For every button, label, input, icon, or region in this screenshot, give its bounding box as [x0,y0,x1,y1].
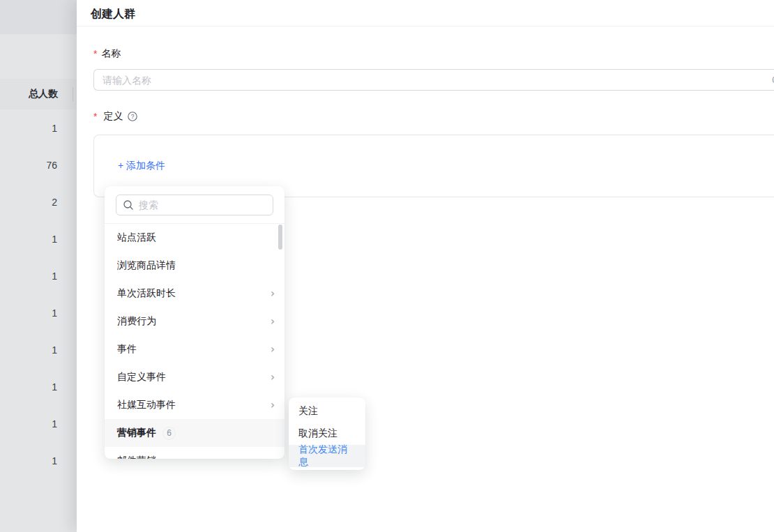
table-header-label: 总人数 [29,88,58,100]
table-row: 1 [0,368,77,405]
required-asterisk: * [93,48,97,59]
table-row: 1 [0,220,77,257]
count-badge: 6 [162,427,176,440]
name-input-wrap: 0/ [93,69,774,91]
condition-dropdown: 站点活跃 浏览商品详情 单次活跃时长 › 消费行为 › 事件 › 自定义事件 ›… [105,186,284,459]
question-circle-icon[interactable]: ? [128,112,137,121]
submenu-item-first-message-sent[interactable]: 首次发送消息 [289,445,365,467]
name-label-text: 名称 [101,47,121,60]
submenu-item-follow[interactable]: 关注 [289,400,365,423]
required-asterisk: * [93,111,97,122]
table-row: 1 [0,257,77,294]
dropdown-item-event[interactable]: 事件 › [105,335,284,363]
chevron-right-icon: › [271,289,275,299]
table-row: 1 [0,405,77,442]
background-page: 总人数 1 76 2 1 1 1 1 1 1 1 [0,0,77,532]
dropdown-item-session-duration[interactable]: 单次活跃时长 › [105,280,284,307]
dropdown-item-marketing-event[interactable]: 营销事件 6 [105,419,284,447]
column-divider [73,87,73,101]
chevron-right-icon: › [271,344,275,355]
search-input[interactable] [116,195,273,215]
table-row: 76 [0,146,77,183]
svg-text:?: ? [131,113,135,120]
table-rows: 1 76 2 1 1 1 1 1 1 1 [0,109,77,479]
table-row: 1 [0,331,77,368]
table-row: 1 [0,442,77,479]
background-toolbar [0,0,77,34]
name-field-label: * 名称 [93,47,774,60]
definition-field-label: * 定义 ? [93,110,774,123]
table-row: 2 [0,183,77,220]
dropdown-item-social-interaction-event[interactable]: 社媒互动事件 › [105,391,284,419]
table-header-total-count: 总人数 [0,79,77,109]
page-title: 创建人群 [91,7,135,22]
chevron-right-icon: › [271,372,275,383]
dropdown-item-view-product-detail[interactable]: 浏览商品详情 [105,252,284,280]
name-input[interactable] [93,69,774,91]
chevron-right-icon: › [271,400,275,411]
dropdown-scrollbar[interactable] [278,225,282,250]
drawer-header: 创建人群 [77,0,774,26]
dropdown-item-consumption-behavior[interactable]: 消费行为 › [105,307,284,335]
dropdown-search-wrap [116,195,273,215]
chevron-right-icon: › [271,317,275,327]
dropdown-list: 站点活跃 浏览商品详情 单次活跃时长 › 消费行为 › 事件 › 自定义事件 ›… [105,224,284,459]
dropdown-item-email-marketing[interactable]: 邮件营销 [105,447,284,459]
marketing-event-submenu: 关注 取消关注 首次发送消息 [289,397,365,470]
drawer-body: * 名称 0/ * 定义 ? + 添加条件 [77,26,774,197]
submenu-item-unfollow[interactable]: 取消关注 [289,423,365,445]
table-row: 1 [0,109,77,146]
table-row: 1 [0,294,77,331]
dropdown-item-site-active[interactable]: 站点活跃 [105,224,284,252]
add-condition-button[interactable]: + 添加条件 [118,160,165,172]
dropdown-item-custom-event[interactable]: 自定义事件 › [105,363,284,391]
search-icon [123,199,134,211]
definition-label-text: 定义 [103,110,123,123]
